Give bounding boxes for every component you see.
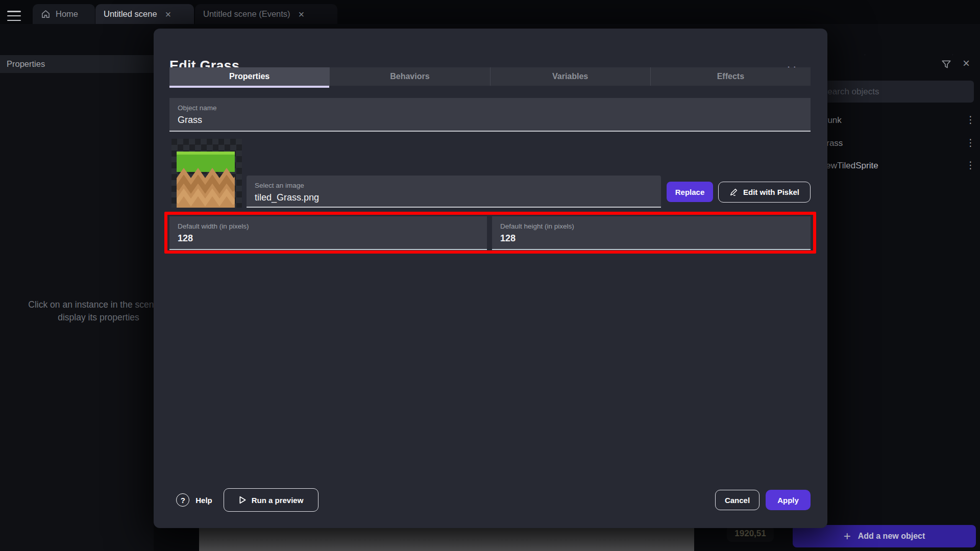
default-width-field[interactable]: Default width (in pixels) 128 — [169, 216, 487, 250]
cancel-button[interactable]: Cancel — [715, 490, 760, 510]
tab-effects[interactable]: Effects — [650, 67, 811, 86]
image-field-label: Select an image — [255, 182, 653, 189]
image-name-field[interactable]: Select an image tiled_Grass.png — [247, 176, 661, 208]
edit-object-dialog: Edit Grass × Properties Behaviors Variab… — [154, 29, 827, 528]
tab-untitled-scene[interactable]: Untitled scene × — [95, 4, 194, 24]
close-icon[interactable]: × — [165, 9, 172, 19]
apply-button[interactable]: Apply — [766, 490, 811, 510]
properties-panel-header: Properties — [0, 55, 154, 73]
tab-events-label: Untitled scene (Events) — [203, 9, 290, 19]
plus-icon: + — [844, 529, 851, 543]
play-icon — [239, 496, 247, 504]
run-preview-button[interactable]: Run a preview — [224, 488, 318, 512]
object-name-value: Grass — [178, 115, 802, 126]
kebab-menu-icon[interactable]: ⋮ — [966, 115, 975, 124]
tab-variables[interactable]: Variables — [490, 67, 650, 86]
filter-icon[interactable] — [939, 57, 953, 71]
tab-scene-label: Untitled scene — [104, 9, 157, 19]
edit-with-piskel-button[interactable]: Edit with Piskel — [718, 182, 811, 203]
object-name-label: Object name — [178, 104, 802, 112]
image-field-value: tiled_Grass.png — [255, 192, 653, 203]
pencil-icon — [729, 188, 738, 196]
close-panel-icon[interactable]: × — [963, 56, 970, 70]
sprite-thumbnail[interactable] — [172, 139, 242, 208]
dialog-tab-bar: Properties Behaviors Variables Effects — [169, 67, 811, 86]
add-new-object-button[interactable]: + Add a new object — [793, 525, 976, 547]
default-height-value: 128 — [500, 233, 802, 244]
object-name-field[interactable]: Object name Grass — [169, 98, 811, 132]
tab-home-label: Home — [56, 9, 78, 19]
help-button[interactable]: ? Help — [170, 489, 218, 511]
tab-untitled-scene-events[interactable]: Untitled scene (Events) × — [195, 4, 337, 24]
default-width-label: Default width (in pixels) — [178, 222, 479, 230]
replace-button[interactable]: Replace — [667, 182, 713, 202]
kebab-menu-icon[interactable]: ⋮ — [966, 138, 975, 147]
default-height-label: Default height (in pixels) — [500, 222, 802, 230]
tab-home[interactable]: Home — [33, 4, 95, 24]
menu-icon[interactable] — [7, 11, 21, 21]
grass-tile-image — [177, 149, 235, 208]
home-icon — [41, 9, 51, 19]
object-list-item-newtiledsprite[interactable]: NewTiledSprite — [820, 161, 878, 171]
default-width-value: 128 — [178, 233, 479, 244]
properties-panel-title: Properties — [7, 59, 45, 69]
tab-behaviors[interactable]: Behaviors — [329, 67, 489, 86]
default-height-field[interactable]: Default height (in pixels) 128 — [492, 216, 811, 250]
kebab-menu-icon[interactable]: ⋮ — [966, 160, 975, 170]
help-icon: ? — [176, 493, 189, 507]
tab-properties[interactable]: Properties — [169, 67, 329, 86]
close-icon[interactable]: × — [299, 9, 305, 19]
top-tab-bar: Home Untitled scene × Untitled scene (Ev… — [0, 0, 980, 24]
